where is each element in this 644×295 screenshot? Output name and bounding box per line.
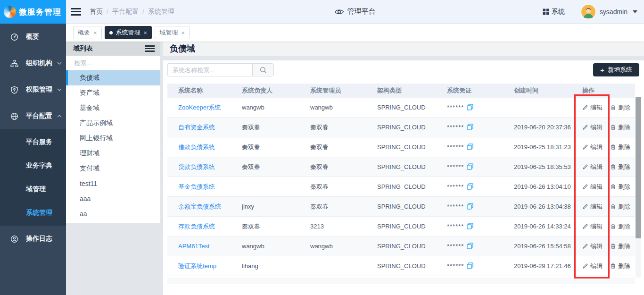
system-name-link[interactable]: 贷款负债系统 [178, 163, 215, 170]
platform-title-group: 管理平台 [335, 7, 376, 16]
top-right-group: 系统 sysadmin [543, 5, 637, 19]
actions-cell: 编辑删除 [573, 183, 635, 191]
domain-list-item[interactable]: 理财域 [66, 146, 160, 161]
edit-button[interactable]: 编辑 [582, 262, 603, 270]
edit-button[interactable]: 编辑 [582, 143, 603, 152]
avatar[interactable] [581, 5, 595, 19]
close-icon[interactable]: × [144, 29, 148, 36]
sidebar-item-label: 组织机构 [26, 59, 52, 67]
sidebar-item-platform-config[interactable]: 平台配置 [0, 103, 66, 129]
delete-button[interactable]: 删除 [610, 123, 630, 132]
col-header-created-time: 创建时间 [503, 86, 573, 95]
domain-list-item[interactable]: 产品示例域 [66, 116, 160, 131]
delete-button[interactable]: 删除 [610, 163, 630, 171]
domain-list-item[interactable]: aa [66, 206, 160, 221]
system-admin-cell: 秦双春 [299, 143, 366, 152]
table-row: 存款负债系统秦双春3213SPRING_CLOUD******2019-06-2… [167, 217, 635, 236]
user-dropdown-caret-icon[interactable] [633, 10, 637, 13]
copy-credential-button[interactable] [467, 243, 473, 249]
system-name-link[interactable]: 借款负债系统 [178, 143, 215, 151]
domain-list-item[interactable]: 基金域 [66, 101, 160, 116]
delete-button[interactable]: 删除 [610, 222, 630, 231]
close-icon[interactable]: × [93, 29, 97, 36]
close-icon[interactable]: × [181, 29, 185, 36]
tab-domain-mgmt[interactable]: 域管理 × [155, 26, 190, 39]
sidebar-subitem-system-mgmt[interactable]: 系统管理 [0, 201, 66, 225]
edit-button[interactable]: 编辑 [582, 242, 603, 251]
credential-cell: ****** [436, 203, 503, 210]
sidebar-subitem-platform-services[interactable]: 平台服务 [0, 130, 66, 154]
tab-overview[interactable]: 概要 × [73, 26, 102, 39]
actions-cell: 编辑删除 [573, 123, 635, 132]
created-time-cell: 2019-06-26 13:04:38 [503, 203, 573, 210]
copy-credential-button[interactable] [467, 223, 473, 229]
domain-list-item[interactable]: 网上银行域 [66, 131, 160, 146]
sidebar-item-organization[interactable]: 组织机构 [0, 50, 66, 76]
domain-list-item[interactable]: test11 [66, 176, 160, 191]
sidebar-item-permissions[interactable]: 权限管理 [0, 76, 66, 103]
delete-button[interactable]: 删除 [610, 242, 630, 251]
edit-button[interactable]: 编辑 [582, 202, 603, 211]
system-name-cell: 基金负债系统 [167, 183, 231, 191]
system-name-link[interactable]: 验证系统temp [178, 262, 216, 270]
trash-icon [610, 223, 616, 229]
search-button[interactable] [252, 63, 274, 76]
system-owner-cell: wangwb [231, 243, 299, 250]
copy-credential-button[interactable] [467, 163, 473, 170]
table-scrollbar[interactable] [636, 97, 641, 278]
delete-button[interactable]: 删除 [610, 262, 630, 270]
sidebar-item-operation-log[interactable]: 操作日志 [0, 226, 66, 252]
copy-credential-button[interactable] [467, 262, 473, 269]
sidebar-item-overview[interactable]: 概要 [0, 24, 66, 50]
scrollbar-thumb[interactable] [636, 97, 641, 238]
domain-list-item[interactable]: 支付域 [66, 161, 160, 176]
system-name-link[interactable]: 余额宝负债系统 [178, 203, 221, 210]
system-menu-entry[interactable]: 系统 [543, 8, 565, 16]
username-label[interactable]: sysadmin [600, 8, 627, 16]
domain-panel-menu-icon[interactable] [145, 45, 155, 52]
system-name-link[interactable]: 自有资金系统 [178, 124, 215, 131]
pencil-icon [582, 104, 588, 110]
add-system-button[interactable]: + 新增系统 [593, 63, 639, 76]
domain-list-item[interactable]: 资产域 [66, 85, 160, 101]
domain-search-input[interactable] [73, 59, 158, 67]
system-name-link[interactable]: 基金负债系统 [178, 183, 215, 190]
tab-system-mgmt[interactable]: 系统管理 × [105, 26, 152, 39]
credential-cell: ****** [436, 183, 503, 190]
sidebar-subitem-domain-mgmt[interactable]: 域管理 [0, 177, 66, 201]
system-name-link[interactable]: ZooKeeper系统 [178, 104, 221, 111]
edit-button[interactable]: 编辑 [582, 163, 603, 171]
domain-list-item[interactable]: aaa [66, 191, 160, 206]
edit-button[interactable]: 编辑 [582, 103, 603, 112]
system-name-link[interactable]: APM61Test [178, 243, 209, 250]
tab-label: 概要 [78, 28, 90, 37]
operation-log-icon [10, 235, 18, 243]
breadcrumb-home[interactable]: 首页 [90, 8, 103, 16]
system-name-link[interactable]: 存款负债系统 [178, 223, 215, 230]
copy-credential-button[interactable] [467, 203, 473, 210]
copy-credential-button[interactable] [467, 143, 473, 150]
trash-icon [610, 164, 616, 170]
copy-icon [467, 183, 473, 190]
delete-button[interactable]: 删除 [610, 103, 630, 112]
breadcrumb-platform-config[interactable]: 平台配置 [112, 8, 139, 16]
system-admin-cell: wangwb [299, 243, 366, 250]
delete-button[interactable]: 删除 [610, 143, 630, 152]
system-name-cell: 存款负债系统 [167, 222, 231, 231]
edit-button[interactable]: 编辑 [582, 123, 603, 132]
copy-credential-button[interactable] [467, 183, 473, 190]
sidebar-subitem-business-dictionary[interactable]: 业务字典 [0, 154, 66, 177]
edit-button[interactable]: 编辑 [582, 222, 603, 231]
delete-button[interactable]: 删除 [610, 202, 630, 211]
system-search-input[interactable] [167, 63, 252, 76]
domain-list-item[interactable]: 负债域 [66, 70, 160, 85]
delete-button[interactable]: 删除 [610, 183, 630, 191]
tab-label: 系统管理 [116, 28, 140, 37]
copy-credential-button[interactable] [467, 124, 473, 130]
edit-button[interactable]: 编辑 [582, 183, 603, 191]
table-row: 借款负债系统秦双春秦双春SPRING_CLOUD******2019-06-25… [167, 137, 635, 157]
actions-cell: 编辑删除 [573, 202, 635, 211]
copy-credential-button[interactable] [467, 104, 473, 110]
credential-mask: ****** [447, 183, 464, 190]
collapse-menu-icon[interactable] [71, 8, 81, 16]
